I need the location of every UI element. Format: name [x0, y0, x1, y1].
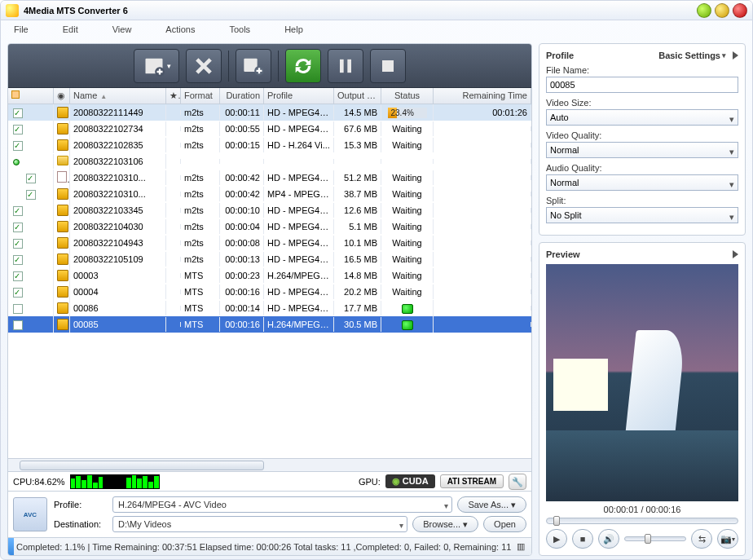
- snapshot-button[interactable]: 📷▾: [717, 529, 738, 549]
- row-checkbox[interactable]: [13, 320, 23, 330]
- row-checkbox[interactable]: [13, 108, 23, 118]
- avc-format-icon: AVC: [13, 497, 47, 531]
- row-checkbox[interactable]: [13, 304, 23, 314]
- right-panel: Profile Basic Settings File Name: Video …: [539, 43, 746, 556]
- file-grid: ◉ Name▲ ★ Format Duration Profile Output…: [8, 88, 531, 458]
- add-output-button[interactable]: [236, 49, 271, 83]
- destination-combo[interactable]: D:\My Videos: [112, 516, 407, 532]
- table-row[interactable]: 00004MTS00:00:16HD - MPEG4 Vi...20.2 MBW…: [8, 284, 531, 300]
- video-quality-select[interactable]: Normal: [546, 142, 738, 158]
- col-format[interactable]: Format: [181, 88, 220, 104]
- row-checkbox[interactable]: [13, 255, 23, 265]
- menu-bar: File Edit View Actions Tools Help: [1, 20, 752, 38]
- table-row[interactable]: 20080322103106: [8, 153, 531, 170]
- browse-button[interactable]: Browse... ▾: [412, 516, 478, 532]
- cpu-label: CPU:84.62%: [13, 477, 65, 487]
- preview-stop-button[interactable]: ■: [572, 529, 593, 549]
- scrollbar-thumb[interactable]: [20, 461, 264, 470]
- audio-quality-select[interactable]: Normal: [546, 174, 738, 191]
- ati-stream-badge[interactable]: ATI STREAM: [440, 474, 504, 488]
- profile-label: Profile:: [54, 500, 108, 509]
- volume-slider[interactable]: [624, 536, 686, 541]
- col-checkbox[interactable]: [8, 88, 54, 104]
- status-dot-icon: [402, 320, 413, 330]
- col-duration[interactable]: Duration: [220, 88, 264, 104]
- row-checkbox[interactable]: [13, 125, 23, 134]
- table-row[interactable]: 2008032210310...m2ts00:00:42HD - MPEG4 V…: [8, 170, 531, 186]
- profile-combo[interactable]: H.264/MPEG4 - AVC Video: [112, 496, 452, 513]
- add-file-button[interactable]: ▾: [134, 49, 179, 83]
- cuda-badge[interactable]: ◉ CUDA: [385, 474, 435, 488]
- settings-wrench-button[interactable]: 🔧: [509, 474, 526, 490]
- loop-icon: ⇆: [698, 534, 706, 545]
- row-checkbox[interactable]: [13, 271, 23, 281]
- pause-button[interactable]: [328, 49, 363, 83]
- film-icon: [57, 270, 68, 281]
- play-button[interactable]: ▶: [546, 529, 567, 549]
- grid-body[interactable]: 20080322111449m2ts00:00:11HD - MPEG4 Vi.…: [8, 104, 531, 458]
- delete-button[interactable]: [186, 49, 222, 83]
- table-row[interactable]: 20080322105109m2ts00:00:13HD - MPEG4 Vi.…: [8, 251, 531, 267]
- table-row[interactable]: 20080322102835m2ts00:00:15HD - H.264 Vi.…: [8, 137, 531, 153]
- row-checkbox[interactable]: [13, 141, 23, 151]
- col-profile[interactable]: Profile: [264, 88, 334, 104]
- table-row[interactable]: 00003MTS00:00:23H.264/MPEG4...14.8 MBWai…: [8, 267, 531, 284]
- row-checkbox[interactable]: [13, 239, 23, 249]
- menu-help[interactable]: Help: [284, 24, 303, 34]
- menu-view[interactable]: View: [112, 24, 132, 34]
- horizontal-scrollbar[interactable]: [8, 458, 531, 471]
- film-icon: [57, 237, 68, 249]
- table-row[interactable]: 20080322103345m2ts00:00:10HD - MPEG4 Vi.…: [8, 202, 531, 218]
- seek-knob[interactable]: [553, 516, 560, 526]
- app-window: 4Media MTS Converter 6 File Edit View Ac…: [0, 0, 753, 560]
- camera-icon: 📷: [720, 534, 732, 545]
- table-row[interactable]: 2008032210310...m2ts00:00:42MP4 - MPEG-4…: [8, 186, 531, 202]
- convert-button[interactable]: [285, 49, 321, 83]
- preview-timecode: 00:00:01 / 00:00:16: [546, 505, 738, 514]
- split-label: Split:: [546, 196, 738, 205]
- col-output-size[interactable]: Output Size: [334, 88, 381, 104]
- loop-button[interactable]: ⇆: [691, 529, 712, 549]
- menu-file[interactable]: File: [14, 24, 29, 34]
- col-star[interactable]: ★: [166, 88, 181, 104]
- window-maximize-button[interactable]: [715, 3, 729, 18]
- window-close-button[interactable]: [733, 3, 747, 18]
- table-row[interactable]: 00085MTS00:00:16H.264/MPEG4...30.5 MB: [8, 316, 531, 333]
- row-checkbox[interactable]: [26, 190, 36, 200]
- menu-edit[interactable]: Edit: [63, 24, 78, 34]
- window-minimize-button[interactable]: [697, 3, 711, 18]
- open-button[interactable]: Open: [483, 516, 526, 532]
- col-name[interactable]: Name▲: [70, 88, 166, 104]
- row-checkbox[interactable]: [13, 206, 23, 216]
- preview-video-frame[interactable]: [546, 264, 738, 501]
- main-toolbar: ▾: [8, 44, 531, 88]
- file-name-input[interactable]: [546, 77, 738, 93]
- col-remaining[interactable]: Remaining Time: [434, 88, 531, 104]
- preview-expand-icon[interactable]: [733, 250, 738, 258]
- table-row[interactable]: 20080322102734m2ts00:00:55HD - MPEG4 Vi.…: [8, 121, 531, 137]
- video-size-select[interactable]: Auto: [546, 109, 738, 126]
- split-select[interactable]: No Split: [546, 207, 738, 223]
- status-log-icon[interactable]: ▥: [515, 540, 526, 553]
- row-checkbox[interactable]: [26, 174, 36, 183]
- volume-knob[interactable]: [645, 534, 651, 544]
- save-as-button[interactable]: Save As... ▾: [457, 496, 526, 513]
- table-row[interactable]: 20080322104943m2ts00:00:08HD - MPEG4 Vi.…: [8, 235, 531, 251]
- table-row[interactable]: 20080322104030m2ts00:00:04HD - MPEG4 Vi.…: [8, 218, 531, 235]
- row-checkbox[interactable]: [13, 288, 23, 298]
- svg-rect-6: [382, 60, 394, 72]
- mute-button[interactable]: 🔊: [598, 529, 619, 549]
- table-row[interactable]: 20080322111449m2ts00:00:11HD - MPEG4 Vi.…: [8, 104, 531, 121]
- table-row[interactable]: 00086MTS00:00:14HD - MPEG4 Vi...17.7 MB: [8, 300, 531, 316]
- col-status[interactable]: Status: [381, 88, 434, 104]
- stop-button[interactable]: [370, 49, 406, 83]
- seek-slider[interactable]: [546, 518, 738, 524]
- menu-tools[interactable]: Tools: [229, 24, 250, 34]
- basic-settings-dropdown[interactable]: Basic Settings: [658, 51, 726, 60]
- svg-rect-5: [347, 59, 351, 72]
- row-checkbox[interactable]: [13, 223, 23, 232]
- menu-actions[interactable]: Actions: [165, 24, 195, 34]
- col-disc-icon[interactable]: ◉: [54, 88, 70, 104]
- profile-destination-area: AVC Profile: H.264/MPEG4 - AVC Video Sav…: [8, 491, 531, 537]
- profile-panel-expand-icon[interactable]: [733, 51, 738, 60]
